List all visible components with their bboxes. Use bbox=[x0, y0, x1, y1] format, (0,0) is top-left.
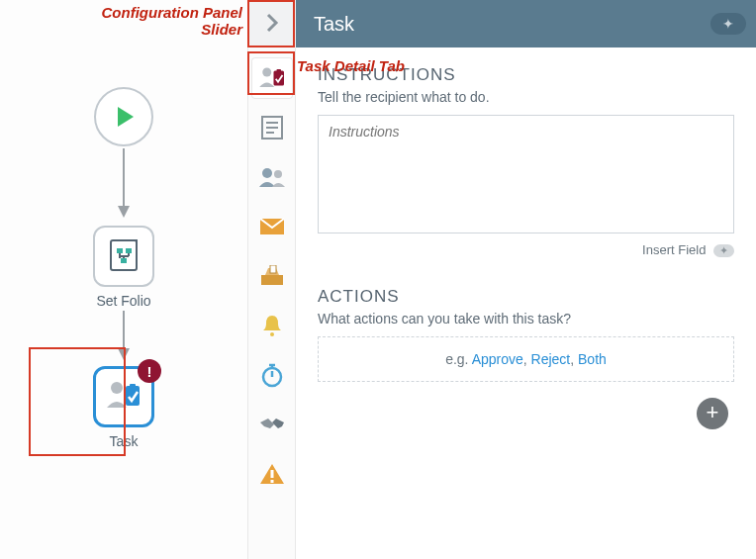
actions-heading: ACTIONS bbox=[318, 287, 734, 307]
svg-point-29 bbox=[270, 332, 274, 336]
insert-field-row: Insert Field ✦ bbox=[318, 242, 734, 257]
svg-rect-6 bbox=[121, 258, 127, 263]
tab-deadline[interactable] bbox=[251, 354, 293, 396]
actions-example-box: e.g. Approve, Reject, Both bbox=[318, 336, 734, 382]
users-icon bbox=[258, 166, 286, 188]
arrow-icon bbox=[118, 148, 130, 221]
actions-subtext: What actions can you take with this task… bbox=[318, 311, 734, 326]
panel-title: Task bbox=[314, 13, 710, 36]
svg-rect-15 bbox=[130, 384, 136, 388]
tab-errors[interactable] bbox=[251, 453, 293, 495]
plus-icon: + bbox=[707, 400, 719, 424]
annotation-label: Task Detail Tab bbox=[297, 57, 405, 74]
plus-icon: ✦ bbox=[722, 16, 734, 32]
example-link-reject[interactable]: Reject bbox=[531, 351, 571, 367]
tab-email[interactable] bbox=[251, 206, 293, 247]
stopwatch-icon bbox=[260, 362, 284, 388]
instructions-input[interactable] bbox=[318, 115, 734, 233]
annotation-box bbox=[29, 347, 126, 456]
svg-point-23 bbox=[262, 168, 272, 178]
folio-icon bbox=[107, 238, 141, 275]
svg-point-24 bbox=[274, 170, 282, 178]
svg-rect-5 bbox=[126, 248, 132, 253]
play-icon bbox=[110, 103, 138, 131]
bell-icon bbox=[261, 314, 283, 337]
step-label: Set Folio bbox=[93, 293, 154, 309]
tab-form[interactable] bbox=[251, 107, 293, 148]
mail-icon bbox=[259, 218, 285, 235]
annotation-box bbox=[247, 51, 295, 95]
svg-marker-0 bbox=[118, 107, 134, 127]
svg-rect-35 bbox=[270, 470, 273, 478]
add-action-button[interactable]: + bbox=[697, 398, 728, 429]
tab-reminders[interactable] bbox=[251, 305, 293, 346]
insert-field-link[interactable]: Insert Field bbox=[642, 242, 706, 257]
svg-rect-36 bbox=[270, 480, 273, 483]
form-icon bbox=[260, 115, 284, 140]
panel-content: INSTRUCTIONS Tell the recipient what to … bbox=[296, 47, 756, 559]
example-link-approve[interactable]: Approve bbox=[472, 351, 523, 367]
handshake-icon bbox=[258, 415, 286, 434]
svg-rect-14 bbox=[126, 386, 140, 406]
example-link-both[interactable]: Both bbox=[578, 351, 607, 367]
actions-example-prefix: e.g. bbox=[445, 351, 471, 367]
svg-rect-4 bbox=[117, 248, 123, 253]
tab-handshake[interactable] bbox=[251, 404, 293, 445]
tab-recipients[interactable] bbox=[251, 156, 293, 198]
annotation-label: Configuration Panel Slider bbox=[79, 4, 242, 38]
instructions-subtext: Tell the recipient what to do. bbox=[318, 89, 734, 105]
step-set-folio[interactable]: Set Folio bbox=[93, 226, 154, 309]
header-add-button[interactable]: ✦ bbox=[710, 13, 746, 35]
alert-badge-icon: ! bbox=[138, 359, 161, 383]
panel-header: Task ✦ bbox=[248, 0, 756, 47]
warning-icon bbox=[259, 462, 285, 486]
workflow-canvas: Set Folio ! Task bbox=[0, 0, 247, 559]
ballot-box-icon bbox=[259, 265, 285, 287]
configuration-panel: Task ✦ bbox=[247, 0, 756, 559]
svg-rect-28 bbox=[270, 265, 276, 273]
tab-inbox[interactable] bbox=[251, 255, 293, 297]
config-tabs bbox=[248, 47, 296, 559]
annotation-box bbox=[247, 0, 295, 47]
svg-marker-2 bbox=[118, 206, 130, 218]
insert-field-pill-icon[interactable]: ✦ bbox=[713, 244, 734, 257]
start-node[interactable] bbox=[94, 87, 153, 146]
svg-rect-26 bbox=[261, 275, 283, 285]
